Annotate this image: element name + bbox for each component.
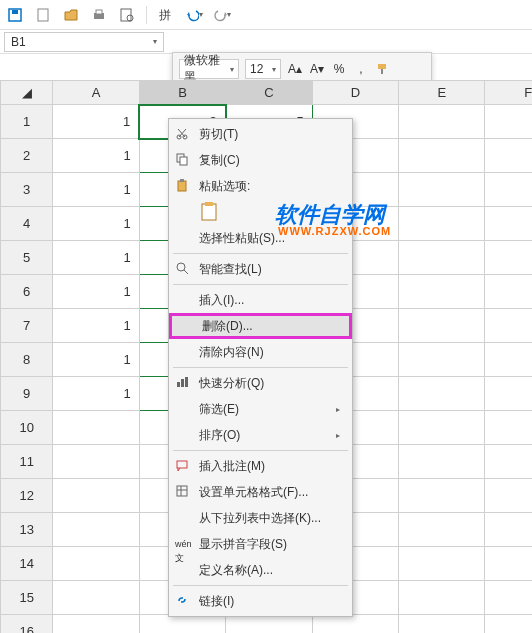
cell[interactable]	[399, 139, 485, 173]
cell[interactable]	[399, 377, 485, 411]
row-header[interactable]: 7	[1, 309, 53, 343]
select-all-corner[interactable]: ◢	[1, 81, 53, 105]
print-icon[interactable]	[90, 6, 108, 24]
cell[interactable]	[53, 411, 139, 445]
col-header[interactable]: F	[485, 81, 532, 105]
cell[interactable]	[399, 581, 485, 615]
cell[interactable]	[399, 445, 485, 479]
cell[interactable]: 1	[53, 377, 139, 411]
menu-smart-lookup[interactable]: 智能查找(L)	[169, 256, 352, 282]
menu-quick-analysis[interactable]: 快速分析(Q)	[169, 370, 352, 396]
cell[interactable]	[139, 615, 225, 634]
row-header[interactable]: 14	[1, 547, 53, 581]
cell[interactable]	[485, 173, 532, 207]
font-size-select[interactable]: 12▾	[245, 59, 281, 79]
menu-paste-options[interactable]: 粘贴选项:	[169, 173, 352, 199]
menu-link[interactable]: 链接(I)	[169, 588, 352, 614]
cell[interactable]	[485, 547, 532, 581]
cell[interactable]	[399, 173, 485, 207]
menu-clear[interactable]: 清除内容(N)	[169, 339, 352, 365]
cell[interactable]	[485, 241, 532, 275]
row-header[interactable]: 6	[1, 275, 53, 309]
cell[interactable]	[485, 275, 532, 309]
cell[interactable]	[399, 275, 485, 309]
cell[interactable]	[53, 615, 139, 634]
cell[interactable]	[53, 513, 139, 547]
row-header[interactable]: 10	[1, 411, 53, 445]
cell[interactable]: 1	[53, 309, 139, 343]
row-header[interactable]: 12	[1, 479, 53, 513]
menu-define-name[interactable]: 定义名称(A)...	[169, 557, 352, 583]
cell[interactable]	[53, 479, 139, 513]
cell[interactable]	[399, 547, 485, 581]
open-icon[interactable]	[62, 6, 80, 24]
cell[interactable]	[53, 445, 139, 479]
grow-font-icon[interactable]: A▴	[287, 61, 303, 77]
cell[interactable]	[399, 513, 485, 547]
cell[interactable]	[485, 105, 532, 139]
cell[interactable]	[399, 309, 485, 343]
menu-pinyin[interactable]: wén文显示拼音字段(S)	[169, 531, 352, 557]
col-header[interactable]: C	[226, 81, 312, 105]
row-header[interactable]: 16	[1, 615, 53, 634]
cell[interactable]	[485, 513, 532, 547]
col-header[interactable]: E	[399, 81, 485, 105]
col-header[interactable]: A	[53, 81, 139, 105]
menu-insert[interactable]: 插入(I)...	[169, 287, 352, 313]
cell[interactable]	[485, 377, 532, 411]
cell[interactable]: 1	[53, 343, 139, 377]
row-header[interactable]: 2	[1, 139, 53, 173]
row-header[interactable]: 8	[1, 343, 53, 377]
menu-filter[interactable]: 筛选(E)▸	[169, 396, 352, 422]
cell[interactable]: 1	[53, 173, 139, 207]
cell[interactable]	[485, 615, 532, 634]
menu-copy[interactable]: 复制(C)	[169, 147, 352, 173]
menu-dropdown-pick[interactable]: 从下拉列表中选择(K)...	[169, 505, 352, 531]
cell[interactable]	[485, 207, 532, 241]
col-header[interactable]: B	[139, 81, 225, 105]
name-box[interactable]: B1 ▾	[4, 32, 164, 52]
undo-icon[interactable]: ▾	[185, 6, 203, 24]
cell[interactable]	[53, 581, 139, 615]
cell[interactable]	[485, 309, 532, 343]
cell[interactable]	[485, 139, 532, 173]
cell[interactable]	[399, 479, 485, 513]
cell[interactable]	[53, 547, 139, 581]
row-header[interactable]: 11	[1, 445, 53, 479]
save-icon[interactable]	[6, 6, 24, 24]
paste-option-button[interactable]	[169, 199, 352, 225]
row-header[interactable]: 13	[1, 513, 53, 547]
redo-icon[interactable]: ▾	[213, 6, 231, 24]
row-header[interactable]: 4	[1, 207, 53, 241]
cell[interactable]	[399, 411, 485, 445]
cell[interactable]	[399, 343, 485, 377]
preview-icon[interactable]	[118, 6, 136, 24]
cell[interactable]: 1	[53, 241, 139, 275]
cell[interactable]: 1	[53, 105, 139, 139]
cell[interactable]	[312, 615, 398, 634]
comma-icon[interactable]: ,	[353, 61, 369, 77]
menu-delete[interactable]: 删除(D)...	[169, 313, 352, 339]
percent-icon[interactable]: %	[331, 61, 347, 77]
menu-format-cells[interactable]: 设置单元格格式(F)...	[169, 479, 352, 505]
menu-insert-comment[interactable]: 插入批注(M)	[169, 453, 352, 479]
shrink-font-icon[interactable]: A▾	[309, 61, 325, 77]
font-select[interactable]: 微软雅黑▾	[179, 59, 239, 79]
cell[interactable]	[399, 105, 485, 139]
cell[interactable]: 1	[53, 275, 139, 309]
cell[interactable]	[399, 241, 485, 275]
col-header[interactable]: D	[312, 81, 398, 105]
cell[interactable]	[399, 615, 485, 634]
cell[interactable]	[485, 581, 532, 615]
menu-sort[interactable]: 排序(O)▸	[169, 422, 352, 448]
cell[interactable]	[226, 615, 312, 634]
cell[interactable]	[485, 479, 532, 513]
row-header[interactable]: 15	[1, 581, 53, 615]
format-painter-icon[interactable]	[375, 61, 391, 77]
cell[interactable]	[485, 445, 532, 479]
cell[interactable]	[485, 411, 532, 445]
cell[interactable]	[399, 207, 485, 241]
cell[interactable]	[485, 343, 532, 377]
row-header[interactable]: 9	[1, 377, 53, 411]
row-header[interactable]: 3	[1, 173, 53, 207]
